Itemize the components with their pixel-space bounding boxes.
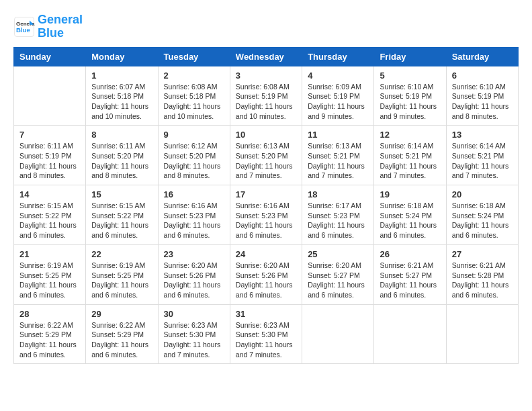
day-info: Sunrise: 6:07 AM Sunset: 5:18 PM Dayligh…	[91, 82, 152, 122]
day-number: 27	[452, 249, 513, 259]
day-info: Sunrise: 6:08 AM Sunset: 5:18 PM Dayligh…	[164, 82, 224, 122]
day-number: 1	[91, 71, 152, 81]
day-info: Sunrise: 6:21 AM Sunset: 5:28 PM Dayligh…	[452, 261, 513, 300]
calendar-cell: 29Sunrise: 6:22 AM Sunset: 5:29 PM Dayli…	[86, 304, 158, 364]
day-info: Sunrise: 6:20 AM Sunset: 5:26 PM Dayligh…	[236, 261, 296, 300]
day-number: 3	[236, 71, 296, 81]
day-number: 24	[236, 249, 296, 259]
day-info: Sunrise: 6:16 AM Sunset: 5:23 PM Dayligh…	[236, 201, 296, 240]
calendar-cell: 9Sunrise: 6:12 AM Sunset: 5:20 PM Daylig…	[158, 126, 230, 185]
day-info: Sunrise: 6:21 AM Sunset: 5:27 PM Dayligh…	[380, 261, 440, 300]
calendar-cell: 8Sunrise: 6:11 AM Sunset: 5:20 PM Daylig…	[86, 126, 158, 185]
day-info: Sunrise: 6:08 AM Sunset: 5:19 PM Dayligh…	[236, 82, 296, 122]
calendar-cell: 15Sunrise: 6:15 AM Sunset: 5:22 PM Dayli…	[86, 185, 158, 245]
logo-icon: General Blue	[13, 16, 35, 38]
day-number: 7	[19, 130, 80, 140]
day-info: Sunrise: 6:14 AM Sunset: 5:21 PM Dayligh…	[380, 141, 440, 181]
col-header-thursday: Thursday	[302, 47, 374, 66]
day-info: Sunrise: 6:19 AM Sunset: 5:25 PM Dayligh…	[91, 261, 152, 300]
page-header: General Blue GeneralBlue	[13, 13, 519, 40]
day-info: Sunrise: 6:23 AM Sunset: 5:30 PM Dayligh…	[236, 320, 296, 360]
day-number: 29	[91, 309, 152, 319]
day-number: 20	[452, 189, 513, 199]
calendar-cell: 6Sunrise: 6:10 AM Sunset: 5:19 PM Daylig…	[446, 66, 518, 126]
day-number: 23	[164, 249, 224, 259]
calendar-week-4: 28Sunrise: 6:22 AM Sunset: 5:29 PM Dayli…	[14, 304, 519, 364]
calendar-cell: 20Sunrise: 6:18 AM Sunset: 5:24 PM Dayli…	[446, 185, 518, 245]
calendar-cell: 10Sunrise: 6:13 AM Sunset: 5:20 PM Dayli…	[230, 126, 302, 185]
calendar-cell: 5Sunrise: 6:10 AM Sunset: 5:19 PM Daylig…	[374, 66, 446, 126]
col-header-wednesday: Wednesday	[230, 47, 302, 66]
calendar-cell	[302, 304, 374, 364]
calendar-cell: 30Sunrise: 6:23 AM Sunset: 5:30 PM Dayli…	[158, 304, 230, 364]
day-info: Sunrise: 6:11 AM Sunset: 5:19 PM Dayligh…	[19, 141, 80, 181]
calendar-cell: 16Sunrise: 6:16 AM Sunset: 5:23 PM Dayli…	[158, 185, 230, 245]
calendar-cell: 21Sunrise: 6:19 AM Sunset: 5:25 PM Dayli…	[14, 244, 86, 304]
calendar-cell: 19Sunrise: 6:18 AM Sunset: 5:24 PM Dayli…	[374, 185, 446, 245]
calendar-cell: 27Sunrise: 6:21 AM Sunset: 5:28 PM Dayli…	[446, 244, 518, 304]
calendar-cell: 12Sunrise: 6:14 AM Sunset: 5:21 PM Dayli…	[374, 126, 446, 185]
day-info: Sunrise: 6:12 AM Sunset: 5:20 PM Dayligh…	[164, 141, 224, 181]
calendar-week-3: 21Sunrise: 6:19 AM Sunset: 5:25 PM Dayli…	[14, 244, 519, 304]
col-header-monday: Monday	[86, 47, 158, 66]
day-info: Sunrise: 6:15 AM Sunset: 5:22 PM Dayligh…	[91, 201, 152, 240]
calendar-cell: 4Sunrise: 6:09 AM Sunset: 5:19 PM Daylig…	[302, 66, 374, 126]
logo: General Blue GeneralBlue	[13, 13, 83, 40]
day-number: 26	[380, 249, 440, 259]
day-number: 21	[19, 249, 80, 259]
day-info: Sunrise: 6:13 AM Sunset: 5:20 PM Dayligh…	[236, 141, 296, 181]
day-number: 4	[308, 71, 368, 81]
calendar-cell: 18Sunrise: 6:17 AM Sunset: 5:23 PM Dayli…	[302, 185, 374, 245]
day-number: 5	[380, 71, 440, 81]
day-info: Sunrise: 6:20 AM Sunset: 5:26 PM Dayligh…	[164, 261, 224, 300]
day-info: Sunrise: 6:16 AM Sunset: 5:23 PM Dayligh…	[164, 201, 224, 240]
col-header-tuesday: Tuesday	[158, 47, 230, 66]
day-info: Sunrise: 6:17 AM Sunset: 5:23 PM Dayligh…	[308, 201, 368, 240]
day-number: 31	[236, 309, 296, 319]
day-number: 10	[236, 130, 296, 140]
calendar-cell: 31Sunrise: 6:23 AM Sunset: 5:30 PM Dayli…	[230, 304, 302, 364]
day-number: 28	[19, 309, 80, 319]
day-number: 8	[91, 130, 152, 140]
calendar-week-0: 1Sunrise: 6:07 AM Sunset: 5:18 PM Daylig…	[14, 66, 519, 126]
calendar-cell: 13Sunrise: 6:14 AM Sunset: 5:21 PM Dayli…	[446, 126, 518, 185]
day-number: 15	[91, 189, 152, 199]
calendar-cell: 22Sunrise: 6:19 AM Sunset: 5:25 PM Dayli…	[86, 244, 158, 304]
day-info: Sunrise: 6:10 AM Sunset: 5:19 PM Dayligh…	[452, 82, 513, 122]
day-info: Sunrise: 6:23 AM Sunset: 5:30 PM Dayligh…	[164, 320, 224, 360]
day-number: 14	[19, 189, 80, 199]
col-header-sunday: Sunday	[14, 47, 86, 66]
calendar-cell	[374, 304, 446, 364]
day-info: Sunrise: 6:14 AM Sunset: 5:21 PM Dayligh…	[452, 141, 513, 181]
day-info: Sunrise: 6:10 AM Sunset: 5:19 PM Dayligh…	[380, 82, 440, 122]
day-number: 18	[308, 189, 368, 199]
day-number: 2	[164, 71, 224, 81]
calendar-cell: 23Sunrise: 6:20 AM Sunset: 5:26 PM Dayli…	[158, 244, 230, 304]
day-number: 11	[308, 130, 368, 140]
day-number: 12	[380, 130, 440, 140]
calendar-cell: 7Sunrise: 6:11 AM Sunset: 5:19 PM Daylig…	[14, 126, 86, 185]
day-info: Sunrise: 6:18 AM Sunset: 5:24 PM Dayligh…	[452, 201, 513, 240]
calendar-cell: 14Sunrise: 6:15 AM Sunset: 5:22 PM Dayli…	[14, 185, 86, 245]
calendar-cell: 28Sunrise: 6:22 AM Sunset: 5:29 PM Dayli…	[14, 304, 86, 364]
calendar-cell: 2Sunrise: 6:08 AM Sunset: 5:18 PM Daylig…	[158, 66, 230, 126]
day-info: Sunrise: 6:18 AM Sunset: 5:24 PM Dayligh…	[380, 201, 440, 240]
day-info: Sunrise: 6:22 AM Sunset: 5:29 PM Dayligh…	[19, 320, 80, 360]
col-header-saturday: Saturday	[446, 47, 518, 66]
day-info: Sunrise: 6:20 AM Sunset: 5:27 PM Dayligh…	[308, 261, 368, 300]
day-info: Sunrise: 6:19 AM Sunset: 5:25 PM Dayligh…	[19, 261, 80, 300]
calendar-cell: 3Sunrise: 6:08 AM Sunset: 5:19 PM Daylig…	[230, 66, 302, 126]
day-info: Sunrise: 6:22 AM Sunset: 5:29 PM Dayligh…	[91, 320, 152, 360]
day-info: Sunrise: 6:13 AM Sunset: 5:21 PM Dayligh…	[308, 141, 368, 181]
day-number: 6	[452, 71, 513, 81]
calendar-cell: 24Sunrise: 6:20 AM Sunset: 5:26 PM Dayli…	[230, 244, 302, 304]
calendar-week-2: 14Sunrise: 6:15 AM Sunset: 5:22 PM Dayli…	[14, 185, 519, 245]
calendar-cell: 1Sunrise: 6:07 AM Sunset: 5:18 PM Daylig…	[86, 66, 158, 126]
calendar-cell: 11Sunrise: 6:13 AM Sunset: 5:21 PM Dayli…	[302, 126, 374, 185]
col-header-friday: Friday	[374, 47, 446, 66]
calendar-week-1: 7Sunrise: 6:11 AM Sunset: 5:19 PM Daylig…	[14, 126, 519, 185]
calendar-cell: 25Sunrise: 6:20 AM Sunset: 5:27 PM Dayli…	[302, 244, 374, 304]
calendar-cell: 17Sunrise: 6:16 AM Sunset: 5:23 PM Dayli…	[230, 185, 302, 245]
day-number: 16	[164, 189, 224, 199]
calendar-cell	[446, 304, 518, 364]
